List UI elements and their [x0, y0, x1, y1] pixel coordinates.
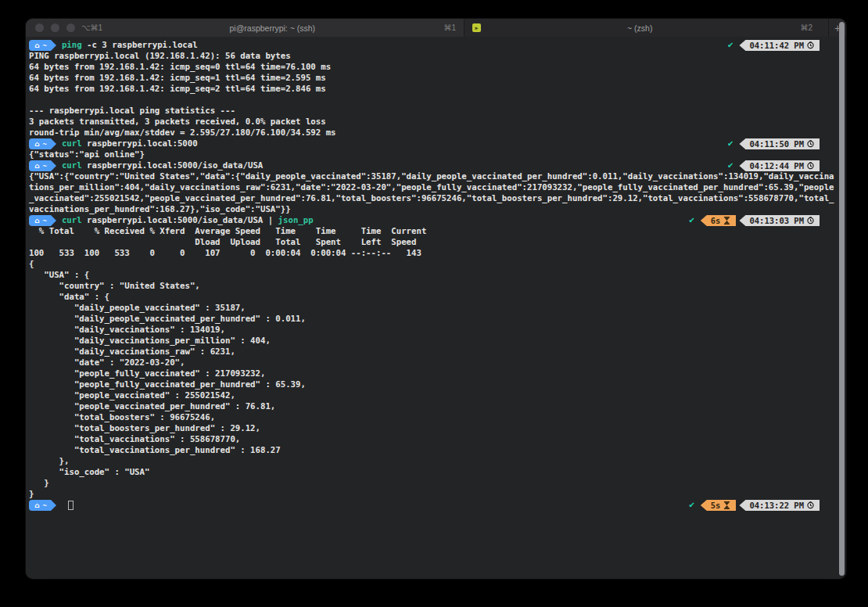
- output-text: "USA" : {: [29, 270, 89, 280]
- output-text: "people_fully_vaccinated_per_hundred" : …: [29, 379, 306, 390]
- clock-icon: [807, 41, 814, 49]
- terminal-line: {: [29, 259, 835, 270]
- terminal-line: {"status":"api online"}: [29, 149, 835, 160]
- prompt-arrow-icon: [51, 215, 56, 226]
- command-text: raspberrypi.local:5000/iso_data/USA |: [82, 215, 278, 225]
- output-text: "total_vaccinations" : 558678770,: [29, 434, 240, 444]
- clock-icon: [807, 217, 814, 224]
- tab-ssh[interactable]: ⌥⌘1 pi@raspberrypi: ~ (ssh) ⌘1: [26, 19, 464, 37]
- prompt-path-box: ⌂~: [29, 160, 51, 171]
- terminal-line: "people_fully_vaccinated" : 217093232,: [29, 368, 835, 379]
- terminal-line: },: [29, 456, 835, 467]
- output-text: "people_fully_vaccinated" : 217093232,: [29, 368, 265, 379]
- output-text: "daily_people_vaccinated_per_hundred" : …: [29, 314, 306, 324]
- output-text: _vaccinated":255021542,"people_vaccinate…: [29, 193, 834, 203]
- terminal-line: --- raspberrypi.local ping statistics --…: [29, 106, 835, 117]
- duration-badge: 5s: [701, 500, 737, 511]
- command-text: curl: [62, 215, 82, 225]
- prompt-path-box: ⌂~: [29, 40, 51, 51]
- terminal-line: "country" : "United States",: [29, 281, 835, 292]
- terminal-line: PING raspberrypi.local (192.168.1.42): 5…: [29, 51, 835, 62]
- terminal-line: }: [29, 478, 835, 489]
- command-text: curl: [62, 160, 82, 171]
- terminal-line: "people_vaccinated" : 255021542,: [29, 390, 835, 401]
- output-text: {"USA":{"country":"United States","data"…: [29, 171, 834, 181]
- terminal-line: 64 bytes from 192.168.1.42: icmp_seq=1 t…: [29, 73, 835, 84]
- output-text: --- raspberrypi.local ping statistics --…: [29, 106, 235, 116]
- output-text: "daily_people_vaccinated" : 35187,: [29, 303, 246, 313]
- command-text: json_pp: [278, 215, 314, 225]
- prompt-segment: ⌂~: [29, 500, 56, 511]
- status-badges: ✔6s04:13:03 PM: [688, 215, 820, 226]
- tab-activity-icon: ▸: [472, 23, 481, 32]
- terminal-line: "total_boosters_per_hundred" : 29.12,: [29, 423, 835, 434]
- command-text: raspberrypi.local:5000/iso_data/USA: [82, 160, 264, 171]
- scrollbar-thumb[interactable]: [839, 22, 845, 576]
- tab-zsh[interactable]: ▸ ~ (zsh) ⌘2: [464, 19, 828, 37]
- output-text: tions_per_million":404,"daily_vaccinatio…: [29, 182, 834, 192]
- tab-zsh-shortcut: ⌘2: [800, 23, 812, 32]
- window-shortcut-label: ⌥⌘1: [81, 23, 102, 32]
- terminal-line: Dload Upload Total Spent Left Speed: [29, 237, 835, 248]
- zoom-button[interactable]: [66, 23, 75, 32]
- prompt-arrow-icon: [51, 500, 56, 511]
- traffic-lights: [26, 23, 75, 32]
- command-text: -c 3 raspberrypi.local: [82, 40, 198, 50]
- timestamp-value: 04:11:42 PM: [749, 40, 804, 51]
- terminal-line: ⌂~curl raspberrypi.local:5000✔04:11:50 P…: [29, 138, 835, 149]
- hourglass-icon: [723, 217, 730, 224]
- output-text: "daily_vaccinations_per_million" : 404,: [29, 336, 271, 346]
- prompt-segment: ⌂~: [29, 160, 56, 171]
- close-button[interactable]: [35, 23, 44, 32]
- terminal-line: vaccinations_per_hundred":168.27},"iso_c…: [29, 204, 835, 215]
- terminal-line: tions_per_million":404,"daily_vaccinatio…: [29, 182, 835, 193]
- terminal-line: [29, 95, 835, 106]
- home-icon: ⌂: [34, 500, 39, 511]
- tab-zsh-title: ~ (zsh): [487, 23, 792, 33]
- duration-badge: 6s: [701, 215, 737, 226]
- output-text: "daily_vaccinations_raw" : 6231,: [29, 347, 235, 357]
- prompt-path: ~: [42, 138, 46, 149]
- timestamp-value: 04:11:50 PM: [749, 138, 804, 149]
- prompt-arrow-icon: [51, 160, 56, 171]
- output-text: 100 533 100 533 0 0 107 0 0:00:04 0:00:0…: [29, 248, 421, 258]
- terminal-line: {"USA":{"country":"United States","data"…: [29, 171, 835, 182]
- terminal-line: 64 bytes from 192.168.1.42: icmp_seq=2 t…: [29, 84, 835, 95]
- prompt-arrow-icon: [51, 138, 56, 149]
- success-check-icon: ✔: [688, 500, 694, 511]
- timestamp-badge: 04:13:03 PM: [739, 215, 820, 226]
- timestamp-badge: 04:13:22 PM: [739, 500, 820, 511]
- home-icon: ⌂: [34, 40, 39, 51]
- timestamp-value: 04:13:22 PM: [749, 500, 804, 511]
- command-text: ping: [62, 40, 82, 50]
- terminal-content[interactable]: ⌂~ping -c 3 raspberrypi.local✔04:11:42 P…: [26, 37, 846, 579]
- terminal-line: "total_vaccinations" : 558678770,: [29, 434, 835, 445]
- terminal-line: 100 533 100 533 0 0 107 0 0:00:04 0:00:0…: [29, 248, 835, 259]
- terminal-line: "data" : {: [29, 292, 835, 303]
- output-text: "people_vaccinated_per_hundred" : 76.81,: [29, 401, 275, 411]
- output-text: "daily_vaccinations" : 134019,: [29, 325, 225, 335]
- terminal-line: "people_fully_vaccinated_per_hundred" : …: [29, 379, 835, 390]
- command-text: curl: [62, 138, 82, 149]
- status-badges: ✔04:11:50 PM: [727, 138, 820, 149]
- terminal-line: "daily_people_vaccinated_per_hundred" : …: [29, 314, 835, 325]
- output-text: 3 packets transmitted, 3 packets receive…: [29, 117, 326, 127]
- terminal-line: % Total % Received % Xferd Average Speed…: [29, 226, 835, 237]
- duration-value: 6s: [711, 215, 721, 226]
- status-badges: ✔04:12:44 PM: [727, 160, 820, 171]
- minimize-button[interactable]: [51, 23, 59, 32]
- terminal-line: "daily_vaccinations_per_million" : 404,: [29, 336, 835, 347]
- output-text: "total_boosters" : 96675246,: [29, 412, 215, 422]
- command-text: raspberrypi.local:5000: [82, 138, 198, 149]
- success-check-icon: ✔: [727, 160, 733, 171]
- output-text: "country" : "United States",: [29, 281, 200, 291]
- timestamp-badge: 04:12:44 PM: [739, 160, 820, 171]
- status-badges: ✔04:11:42 PM: [727, 40, 820, 51]
- prompt-segment: ⌂~: [29, 40, 56, 51]
- timestamp-value: 04:13:03 PM: [749, 215, 804, 226]
- output-text: Dload Upload Total Spent Left Speed: [29, 237, 416, 247]
- prompt-path-box: ⌂~: [29, 215, 51, 226]
- prompt-segment: ⌂~: [29, 138, 56, 149]
- tab-bar: ⌥⌘1 pi@raspberrypi: ~ (ssh) ⌘1 ▸ ~ (zsh)…: [26, 19, 846, 37]
- output-text: 64 bytes from 192.168.1.42: icmp_seq=2 t…: [29, 84, 326, 94]
